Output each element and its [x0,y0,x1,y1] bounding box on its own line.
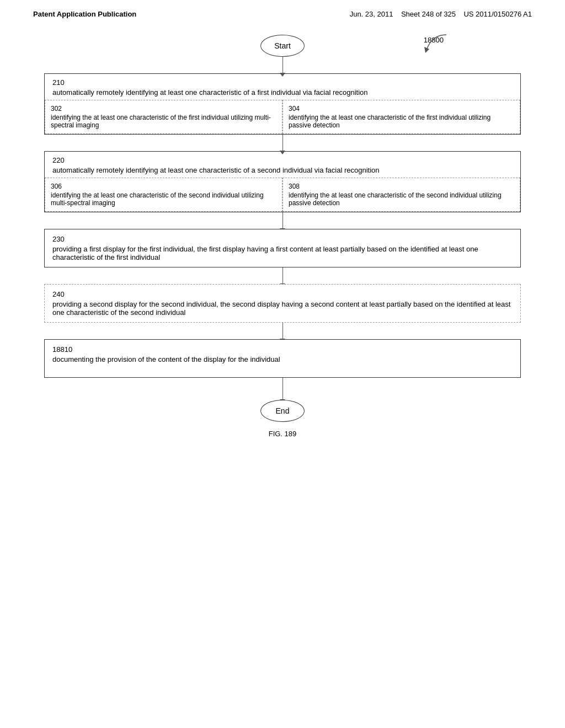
header-left: Patent Application Publication [33,10,136,18]
connector-5 [282,323,283,339]
box-210-number: 210 [52,78,513,87]
box-240-number: 240 [52,290,513,298]
box-220: 220 automatically remotely identifying a… [44,151,521,212]
connector-1 [282,57,283,73]
box-210: 210 automatically remotely identifying a… [44,73,521,135]
start-section: Start 18800 [44,35,521,57]
connector-2 [282,135,283,151]
header-date: Jun. 23, 2011 [350,10,393,18]
header-patent: US 2011/0150276 A1 [463,10,532,18]
header-info: Jun. 23, 2011 Sheet 248 of 325 US 2011/0… [350,10,532,18]
box-18810-number: 18810 [52,345,513,354]
box-302-text: identifying the at least one characteris… [51,114,271,129]
box-308-text: identifying the at least one characteris… [289,191,502,207]
box-230-text: providing a first display for the first … [52,245,478,261]
connector-4 [282,267,283,284]
box-240: 240 providing a second display for the s… [44,284,521,323]
connector-3 [282,212,283,229]
connector-6 [282,378,283,400]
header-sheet: Sheet 248 of 325 [401,10,456,18]
box-302-number: 302 [51,105,276,113]
box-308-number: 308 [289,183,514,190]
header: Patent Application Publication Jun. 23, … [0,0,565,24]
box-308: 308 identifying the at least one charact… [282,178,520,212]
box-220-text: automatically remotely identifying at le… [52,166,380,174]
curved-arrow-icon [416,32,449,60]
box-304: 304 identifying the at least one charact… [282,100,520,134]
diagram-area: Start 18800 210 automatically remotely i… [0,24,565,449]
box-306: 306 identifying the at least one charact… [45,178,282,212]
sub-boxes-220: 306 identifying the at least one charact… [45,178,520,212]
box-302: 302 identifying the at least one charact… [45,100,282,134]
start-oval: Start [260,35,305,57]
box-306-number: 306 [51,183,276,190]
end-oval: End [260,400,305,422]
fig-caption: FIG. 189 [269,430,297,438]
box-210-text: automatically remotely identifying at le… [52,88,368,97]
box-18810-text: documenting the provision of the content… [52,355,280,363]
sub-boxes-210: 302 identifying the at least one charact… [45,100,520,134]
svg-marker-0 [424,47,429,53]
box-230-number: 230 [52,235,513,243]
box-306-text: identifying the at least one characteris… [51,191,264,207]
box-304-number: 304 [289,105,514,113]
box-18810: 18810 documenting the provision of the c… [44,339,521,378]
box-220-number: 220 [52,156,513,164]
box-304-text: identifying the at least one characteris… [289,114,491,129]
box-230: 230 providing a first display for the fi… [44,229,521,267]
box-240-text: providing a second display for the secon… [52,300,510,317]
